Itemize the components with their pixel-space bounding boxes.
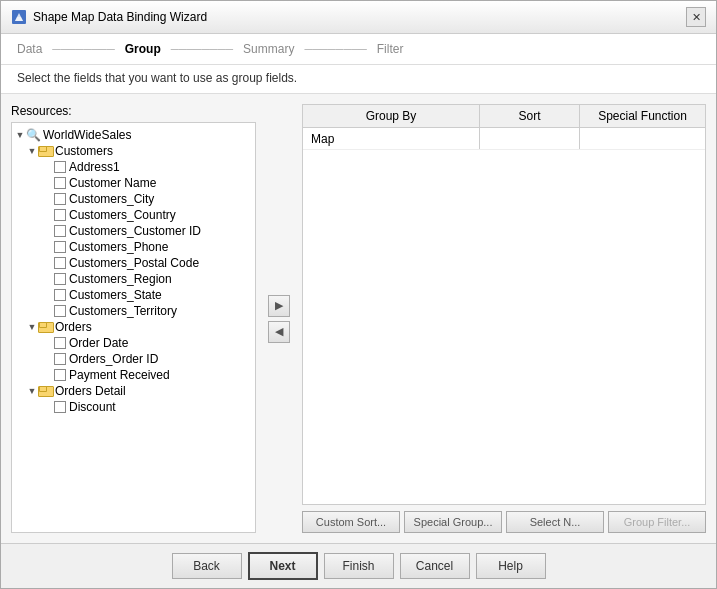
checkbox-order-date[interactable] [54,337,66,349]
move-right-button[interactable]: ▶ [268,295,290,317]
folder-icon-orders [38,322,52,333]
dialog: Shape Map Data Binding Wizard ✕ Data ───… [0,0,717,589]
tree-label-worldwidesales: WorldWideSales [43,128,131,142]
tree-spacer-customers-city [42,193,54,205]
tree-item-customers-country[interactable]: Customers_Country [12,207,255,223]
tree-item-discount[interactable]: Discount [12,399,255,415]
left-panel: Resources: ▼ 🔍 WorldWideSales ▼ Customer… [11,104,256,533]
tree-item-order-date[interactable]: Order Date [12,335,255,351]
checkbox-customers-customer-id[interactable] [54,225,66,237]
tree-label-customers-customer-id: Customers_Customer ID [69,224,201,238]
group-filter-button[interactable]: Group Filter... [608,511,706,533]
tree-item-customers-city[interactable]: Customers_City [12,191,255,207]
step-divider-3: ──────── [304,43,366,55]
resources-label: Resources: [11,104,256,118]
tree-item-customers[interactable]: ▼ Customers [12,143,255,159]
tree-label-discount: Discount [69,400,116,414]
tree-spacer-customers-state [42,289,54,301]
tree-label-customers-country: Customers_Country [69,208,176,222]
tree-item-customers-postal-code[interactable]: Customers_Postal Code [12,255,255,271]
tree-label-order-date: Order Date [69,336,128,350]
checkbox-customers-state[interactable] [54,289,66,301]
checkbox-customers-region[interactable] [54,273,66,285]
help-button[interactable]: Help [476,553,546,579]
select-n-button[interactable]: Select N... [506,511,604,533]
special-group-button[interactable]: Special Group... [404,511,502,533]
tree-label-customers-city: Customers_City [69,192,154,206]
tree-item-customers-state[interactable]: Customers_State [12,287,255,303]
tree-label-customers-postal-code: Customers_Postal Code [69,256,199,270]
checkbox-customers-phone[interactable] [54,241,66,253]
checkbox-address1[interactable] [54,161,66,173]
tree-spacer-address1 [42,161,54,173]
checkbox-payment-received[interactable] [54,369,66,381]
tree-item-customers-customer-id[interactable]: Customers_Customer ID [12,223,255,239]
step-group[interactable]: Group [125,42,161,56]
center-controls: ▶ ◀ [264,104,294,533]
grid-body: Map [303,128,705,504]
checkbox-customers-postal-code[interactable] [54,257,66,269]
tree-item-worldwidesales[interactable]: ▼ 🔍 WorldWideSales [12,127,255,143]
cell-sort-map [480,128,580,149]
column-header-special-function: Special Function [580,105,705,127]
back-button[interactable]: Back [172,553,242,579]
tree-label-orders-detail: Orders Detail [55,384,126,398]
tree-item-customers-territory[interactable]: Customers_Territory [12,303,255,319]
move-left-button[interactable]: ◀ [268,321,290,343]
step-filter[interactable]: Filter [377,42,404,56]
custom-sort-button[interactable]: Custom Sort... [302,511,400,533]
checkbox-customer-name[interactable] [54,177,66,189]
tree-item-customers-phone[interactable]: Customers_Phone [12,239,255,255]
tree-item-customer-name[interactable]: Customer Name [12,175,255,191]
app-icon [11,9,27,25]
tree-toggle-customers[interactable]: ▼ [26,145,38,157]
tree-toggle-worldwidesales[interactable]: ▼ [14,129,26,141]
wizard-steps: Data ──────── Group ──────── Summary ───… [1,34,716,65]
checkbox-customers-city[interactable] [54,193,66,205]
footer: Back Next Finish Cancel Help [1,543,716,588]
cancel-button[interactable]: Cancel [400,553,470,579]
tree-container[interactable]: ▼ 🔍 WorldWideSales ▼ Customers A [12,123,255,532]
tree-item-orders-detail[interactable]: ▼ Orders Detail [12,383,255,399]
cell-group-by-map: Map [303,128,480,149]
checkbox-customers-territory[interactable] [54,305,66,317]
subtitle: Select the fields that you want to use a… [1,65,716,94]
checkbox-customers-country[interactable] [54,209,66,221]
tree-spacer-discount [42,401,54,413]
folder-icon-orders-detail [38,386,52,397]
tree-label-customers-region: Customers_Region [69,272,172,286]
cell-special-map [580,128,705,149]
tree-spacer-customers-postal-code [42,257,54,269]
tree-label-customers-state: Customers_State [69,288,162,302]
checkbox-discount[interactable] [54,401,66,413]
tree-spacer-customers-region [42,273,54,285]
tree-item-orders-order-id[interactable]: Orders_Order ID [12,351,255,367]
tree-spacer-orders-order-id [42,353,54,365]
step-summary[interactable]: Summary [243,42,294,56]
tree-toggle-orders[interactable]: ▼ [26,321,38,333]
tree-spacer-customers-territory [42,305,54,317]
grid-header: Group By Sort Special Function [303,105,705,128]
tree-item-address1[interactable]: Address1 [12,159,255,175]
tree-label-address1: Address1 [69,160,120,174]
finish-button[interactable]: Finish [324,553,394,579]
checkbox-orders-order-id[interactable] [54,353,66,365]
tree-label-orders-order-id: Orders_Order ID [69,352,158,366]
next-button[interactable]: Next [248,552,318,580]
tree-spacer-customers-phone [42,241,54,253]
database-icon: 🔍 [26,128,40,142]
close-button[interactable]: ✕ [686,7,706,27]
column-header-group-by: Group By [303,105,480,127]
tree-item-customers-region[interactable]: Customers_Region [12,271,255,287]
tree-item-payment-received[interactable]: Payment Received [12,367,255,383]
step-data[interactable]: Data [17,42,42,56]
step-divider-1: ──────── [52,43,114,55]
tree-label-customers: Customers [55,144,113,158]
tree-item-orders[interactable]: ▼ Orders [12,319,255,335]
tree-toggle-orders-detail[interactable]: ▼ [26,385,38,397]
table-row[interactable]: Map [303,128,705,150]
content-area: Resources: ▼ 🔍 WorldWideSales ▼ Customer… [1,94,716,543]
tree-label-payment-received: Payment Received [69,368,170,382]
column-header-sort: Sort [480,105,580,127]
grid-container: Group By Sort Special Function Map [302,104,706,505]
